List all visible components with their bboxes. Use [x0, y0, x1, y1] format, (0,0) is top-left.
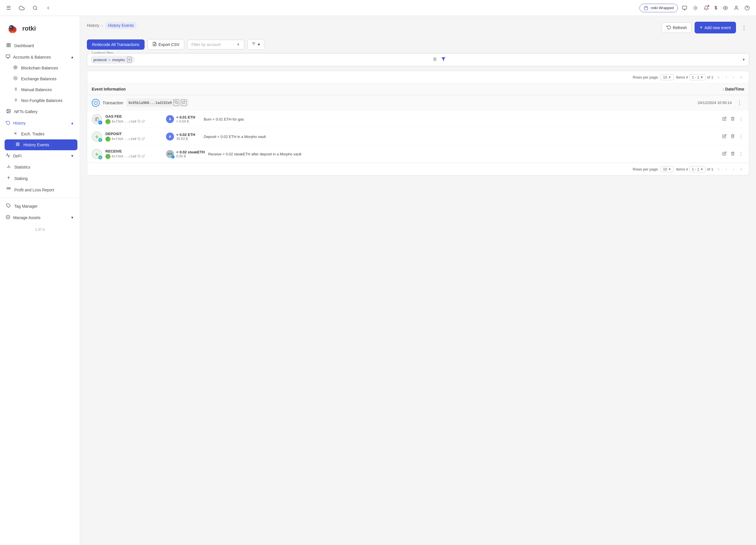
bottom-first-page-button[interactable]: «: [716, 166, 722, 172]
currency-button[interactable]: $: [713, 4, 719, 12]
sidebar-item-statistics[interactable]: Statistics: [0, 161, 80, 173]
deposit-open-address-button[interactable]: [142, 137, 145, 141]
top-nav-left: ☰: [5, 3, 53, 13]
sidebar-item-history-events[interactable]: History Events: [5, 139, 77, 150]
svg-rect-79: [96, 119, 97, 120]
redecode-button[interactable]: Redecode All Transactions: [87, 39, 145, 50]
sidebar-item-manual-balances[interactable]: Manual Balances: [2, 84, 80, 95]
add-event-button[interactable]: + Add new event: [695, 22, 736, 33]
receive-more-button[interactable]: ⋮: [738, 150, 744, 158]
theme-button[interactable]: [691, 4, 700, 12]
last-page-button[interactable]: »: [738, 74, 744, 80]
sidebar-item-manage-assets[interactable]: Manage Assets ▼: [0, 212, 80, 223]
sidebar-item-profit-loss[interactable]: Profit and Loss Report: [0, 184, 80, 196]
filter-account-chevron: ▼: [237, 43, 240, 47]
deposit-amount-col: < 0.02 ETH 35.63 $: [176, 133, 195, 141]
filter-funnel-button[interactable]: [440, 56, 447, 64]
sidebar-item-accounts-balances[interactable]: Accounts & Balances ▲: [0, 51, 80, 63]
nfbalances-icon: [13, 98, 18, 103]
transaction-header[interactable]: Transaction 0x95b1a960...1ad192e9: [87, 95, 749, 110]
notifications-button[interactable]: [702, 4, 711, 12]
sidebar-item-exchange-balances[interactable]: Exchange Balances: [2, 73, 80, 84]
refresh-button[interactable]: Refresh: [662, 22, 692, 33]
help-button[interactable]: [743, 4, 751, 12]
bottom-rows-per-page-label: Rows per page:: [633, 167, 659, 171]
bottom-items-range-select[interactable]: 1 - 1 ▼: [689, 166, 706, 172]
receive-name-col: RECEIVE 0xf3b9...c3a0: [105, 149, 163, 159]
gas-fee-more-button[interactable]: ⋮: [738, 115, 744, 123]
items-range-select[interactable]: 1 - 1 ▼: [689, 74, 706, 80]
svg-marker-23: [7, 27, 9, 29]
sidebar-item-history[interactable]: History ▲: [0, 117, 80, 129]
gas-fee-token-badge: [166, 115, 174, 123]
dashboard-label: Dashboard: [14, 43, 34, 48]
col-datetime-header[interactable]: ↓ Date/Time: [722, 87, 744, 91]
rows-per-page-select[interactable]: 10 ▼: [661, 74, 674, 80]
export-csv-button[interactable]: Export CSV: [147, 39, 184, 50]
breadcrumb-separator: ›: [102, 23, 103, 28]
sidebar-item-blockchain-balances[interactable]: Blockchain Balances: [2, 63, 80, 73]
transaction-more-button[interactable]: ⋮: [735, 99, 744, 107]
deposit-address: 0xf3b9...c3a0: [105, 137, 163, 142]
sidebar-item-tag-manager[interactable]: Tag Manager: [0, 201, 80, 212]
receive-delete-button[interactable]: [729, 150, 736, 158]
bottom-prev-page-button[interactable]: ‹: [724, 166, 729, 172]
tabs-button[interactable]: [680, 4, 689, 12]
eye-button[interactable]: [721, 4, 730, 12]
more-options-button[interactable]: ⋮: [739, 23, 749, 32]
deposit-delete-button[interactable]: [729, 133, 736, 140]
deposit-more-button[interactable]: ⋮: [738, 133, 744, 140]
receive-open-address-button[interactable]: [142, 155, 145, 158]
filter-chip-remove-button[interactable]: ✕: [127, 57, 132, 63]
bottom-next-page-button[interactable]: ›: [731, 166, 736, 172]
rotki-wrapped-button[interactable]: rotki Wrapped: [639, 4, 678, 12]
combined-filters-label: Combined filters: [90, 51, 115, 54]
filter-columns-button[interactable]: [431, 56, 438, 64]
next-page-button[interactable]: ›: [731, 74, 736, 80]
copy-hash-button[interactable]: [173, 99, 179, 106]
receive-copy-address-button[interactable]: [137, 155, 141, 158]
sidebar-item-defi[interactable]: DeFi ▼: [0, 150, 80, 161]
sidebar-item-staking[interactable]: Staking: [0, 173, 80, 184]
svg-rect-52: [16, 143, 17, 144]
deposit-token-badge: [166, 133, 174, 141]
gas-fee-edit-button[interactable]: [721, 115, 728, 123]
sidebar-item-dashboard[interactable]: Dashboard: [0, 40, 80, 51]
manage-assets-icon: [6, 215, 10, 220]
receive-details: RECEIVE 0xf3b9...c3a0: [105, 149, 718, 159]
sidebar-item-exch-trades[interactable]: Exch. Trades: [2, 129, 80, 139]
filter-options-chevron-icon: ▼: [257, 43, 261, 47]
gas-fee-open-address-button[interactable]: [142, 120, 145, 123]
sidebar-item-nfts-gallery[interactable]: NFTs Gallery: [0, 106, 80, 117]
sidebar-item-nfbalances[interactable]: Non Fungible Balances: [2, 95, 80, 106]
search-button[interactable]: [31, 4, 39, 12]
tag-manager-icon: [6, 203, 11, 209]
open-hash-button[interactable]: [181, 99, 187, 106]
deposit-token-col: < 0.02 ETH 35.63 $: [166, 133, 200, 141]
history-label: History: [13, 121, 26, 125]
breadcrumb-parent[interactable]: History: [87, 23, 99, 28]
receive-token-sub-badge: [171, 155, 175, 159]
receive-edit-button[interactable]: [721, 150, 728, 158]
gas-fee-delete-button[interactable]: [729, 115, 736, 123]
filter-account-select[interactable]: Filter by account ▼: [187, 40, 244, 49]
deposit-edit-button[interactable]: [721, 133, 728, 140]
cloud-button[interactable]: [17, 3, 26, 13]
user-button[interactable]: [732, 4, 741, 12]
svg-rect-3: [683, 6, 687, 9]
bottom-last-page-button[interactable]: »: [738, 166, 744, 172]
back-button[interactable]: [44, 4, 53, 12]
nfts-icon: [6, 109, 11, 115]
filter-account-placeholder: Filter by account: [191, 42, 221, 47]
hamburger-menu-button[interactable]: ☰: [5, 3, 13, 13]
accounts-icon: [6, 54, 10, 60]
filter-expand-button[interactable]: ▼: [742, 58, 745, 62]
bottom-rows-per-page-select[interactable]: 10 ▼: [661, 166, 674, 172]
gas-fee-token-col: < 0.01 ETH > 0.04 $: [166, 115, 200, 123]
gas-fee-copy-address-button[interactable]: [137, 120, 141, 123]
filter-options-icon: [251, 42, 256, 47]
first-page-button[interactable]: «: [716, 74, 722, 80]
filter-options-button[interactable]: ▼: [247, 39, 265, 50]
prev-page-button[interactable]: ‹: [724, 74, 729, 80]
deposit-copy-address-button[interactable]: [137, 137, 141, 141]
